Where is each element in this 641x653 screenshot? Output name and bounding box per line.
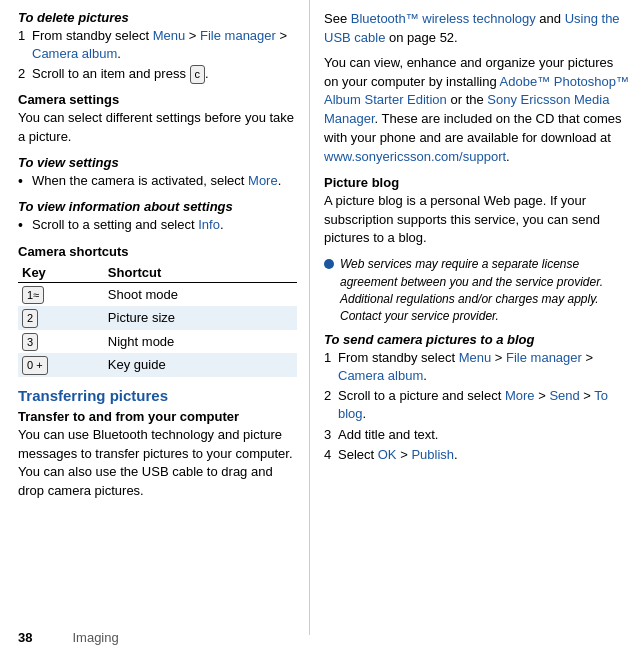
delete-step-2-text: Scroll to an item and press c. <box>32 65 297 84</box>
delete-steps: 1 From standby select Menu > File manage… <box>18 27 297 84</box>
shortcuts-table: Key Shortcut 1≈ Shoot mode 2 Picture siz… <box>18 263 297 377</box>
send-step-num-3: 3 <box>324 426 338 444</box>
url-link[interactable]: www.sonyericsson.com/support <box>324 149 506 164</box>
publish-link[interactable]: Publish <box>411 447 454 462</box>
send-step-num-2: 2 <box>324 387 338 405</box>
shortcuts-col-key: Key <box>18 263 104 283</box>
right-column: See Bluetooth™ wireless technology and U… <box>310 0 641 635</box>
send-menu-link[interactable]: Menu <box>459 350 492 365</box>
key-1-icon: 1≈ <box>22 286 44 305</box>
shortcut-cell-3: Night mode <box>104 330 297 354</box>
note-bullet-icon <box>324 259 334 269</box>
view-info-text: Scroll to a setting and select Info. <box>32 216 224 234</box>
view-settings-heading: To view settings <box>18 155 297 170</box>
shortcuts-section: Camera shortcuts Key Shortcut 1≈ Shoot m… <box>18 244 297 377</box>
send-step-2-text: Scroll to a picture and select More > Se… <box>338 387 629 423</box>
page-wrapper: To delete pictures 1 From standby select… <box>0 0 641 653</box>
camera-settings-heading: Camera settings <box>18 92 297 107</box>
key-0-icon: 0 + <box>22 356 48 375</box>
send-file-manager-link[interactable]: File manager <box>506 350 582 365</box>
send-camera-album-link[interactable]: Camera album <box>338 368 423 383</box>
shortcuts-heading: Camera shortcuts <box>18 244 297 259</box>
view-settings-bullet: • When the camera is activated, select M… <box>18 172 297 192</box>
send-steps: 1 From standby select Menu > File manage… <box>324 349 629 464</box>
view-settings-text: When the camera is activated, select Mor… <box>32 172 281 190</box>
more-link-1[interactable]: More <box>248 173 278 188</box>
note-block: Web services may require a separate lice… <box>324 256 629 326</box>
send-step-3-text: Add title and text. <box>338 426 629 444</box>
send-step-num-1: 1 <box>324 349 338 367</box>
view-info-section: To view information about settings • Scr… <box>18 199 297 236</box>
key-cell-2: 2 <box>18 306 104 330</box>
shortcut-cell-4: Key guide <box>104 353 297 377</box>
camera-settings-text: You can select different settings before… <box>18 109 297 147</box>
shortcuts-header-row: Key Shortcut <box>18 263 297 283</box>
section-label: Imaging <box>72 630 118 645</box>
bluetooth-link[interactable]: Bluetooth™ wireless technology <box>351 11 536 26</box>
footer: 38 Imaging <box>18 630 119 645</box>
camera-album-link[interactable]: Camera album <box>32 46 117 61</box>
delete-pictures-section: To delete pictures 1 From standby select… <box>18 10 297 84</box>
step-num-1: 1 <box>18 27 32 45</box>
table-row: 0 + Key guide <box>18 353 297 377</box>
transferring-section: Transferring pictures Transfer to and fr… <box>18 387 297 501</box>
send-step-2: 2 Scroll to a picture and select More > … <box>324 387 629 423</box>
view-info-bullet: • Scroll to a setting and select Info. <box>18 216 297 236</box>
picture-blog-section: Picture blog A picture blog is a persona… <box>324 175 629 249</box>
note-text: Web services may require a separate lice… <box>340 256 629 326</box>
c-key: c <box>190 65 206 84</box>
menu-link[interactable]: Menu <box>153 28 186 43</box>
delete-heading: To delete pictures <box>18 10 297 25</box>
view-info-heading: To view information about settings <box>18 199 297 214</box>
send-step-4-text: Select OK > Publish. <box>338 446 629 464</box>
send-step-4: 4 Select OK > Publish. <box>324 446 629 464</box>
shortcuts-col-shortcut: Shortcut <box>104 263 297 283</box>
transfer-subheading: Transfer to and from your computer <box>18 409 297 424</box>
delete-step-1: 1 From standby select Menu > File manage… <box>18 27 297 63</box>
shortcuts-tbody: 1≈ Shoot mode 2 Picture size 3 Night mod… <box>18 282 297 377</box>
transferring-heading: Transferring pictures <box>18 387 297 404</box>
info-link[interactable]: Info <box>198 217 220 232</box>
shortcut-cell-2: Picture size <box>104 306 297 330</box>
send-step-3: 3 Add title and text. <box>324 426 629 444</box>
camera-settings-section: Camera settings You can select different… <box>18 92 297 147</box>
page-number: 38 <box>18 630 32 645</box>
key-2-icon: 2 <box>22 309 38 328</box>
bullet-dot-1: • <box>18 172 32 192</box>
delete-step-2: 2 Scroll to an item and press c. <box>18 65 297 84</box>
table-row: 2 Picture size <box>18 306 297 330</box>
send-heading: To send camera pictures to a blog <box>324 332 629 347</box>
send-step-1: 1 From standby select Menu > File manage… <box>324 349 629 385</box>
view-settings-section: To view settings • When the camera is ac… <box>18 155 297 192</box>
bullet-dot-2: • <box>18 216 32 236</box>
key-cell-4: 0 + <box>18 353 104 377</box>
left-column: To delete pictures 1 From standby select… <box>0 0 310 635</box>
key-cell-3: 3 <box>18 330 104 354</box>
shortcut-cell-1: Shoot mode <box>104 282 297 306</box>
table-row: 3 Night mode <box>18 330 297 354</box>
key-cell-1: 1≈ <box>18 282 104 306</box>
see-bluetooth-text: See Bluetooth™ wireless technology and U… <box>324 10 629 48</box>
send-link[interactable]: Send <box>549 388 579 403</box>
picture-blog-text: A picture blog is a personal Web page. I… <box>324 192 629 249</box>
picture-blog-heading: Picture blog <box>324 175 629 190</box>
ok-link[interactable]: OK <box>378 447 397 462</box>
file-manager-link[interactable]: File manager <box>200 28 276 43</box>
send-step-1-text: From standby select Menu > File manager … <box>338 349 629 385</box>
table-row: 1≈ Shoot mode <box>18 282 297 306</box>
more-link-2[interactable]: More <box>505 388 535 403</box>
key-3-icon: 3 <box>22 333 38 352</box>
send-step-num-4: 4 <box>324 446 338 464</box>
delete-step-1-text: From standby select Menu > File manager … <box>32 27 297 63</box>
transfer-body-text: You can use Bluetooth technology and pic… <box>18 426 297 501</box>
see-bluetooth-section: See Bluetooth™ wireless technology and U… <box>324 10 629 167</box>
adobe-para: You can view, enhance and organize your … <box>324 54 629 167</box>
send-to-blog-section: To send camera pictures to a blog 1 From… <box>324 332 629 464</box>
content-area: To delete pictures 1 From standby select… <box>0 0 641 635</box>
step-num-2: 2 <box>18 65 32 83</box>
